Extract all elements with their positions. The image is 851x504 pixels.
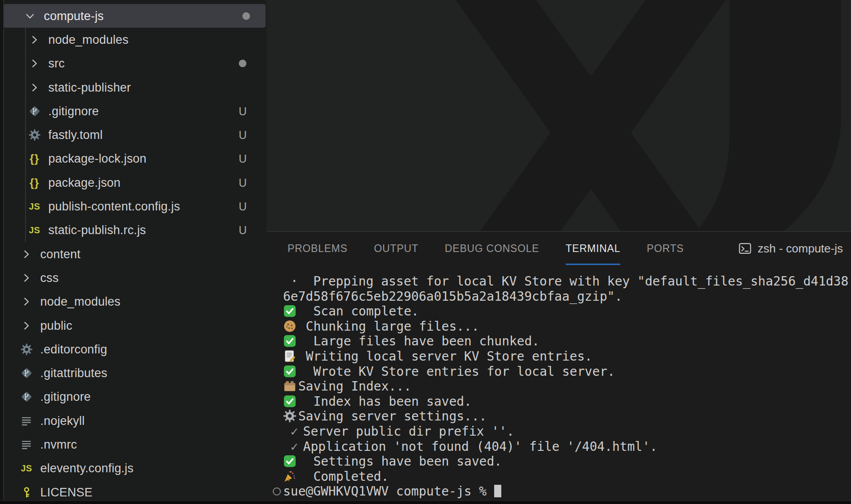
terminal-line-text: Writing local server KV Store entries. — [298, 349, 592, 364]
git-file-icon — [19, 391, 34, 403]
terminal-line: Saving Index... — [283, 379, 851, 394]
tree-item-public[interactable]: public — [0, 314, 266, 337]
terminal-line-text: Completed. — [298, 469, 389, 484]
check-green-icon — [283, 304, 296, 318]
window-left-edge — [0, 0, 4, 500]
tree-item-publish-content-config-js[interactable]: JSpublish-content.config.jsU — [0, 194, 266, 218]
modified-dot-badge — [242, 12, 250, 20]
tree-item-nojekyll[interactable]: .nojekyll — [0, 409, 266, 433]
gear-gray-icon — [283, 409, 296, 423]
chevron-right-icon — [19, 296, 34, 307]
git-untracked-badge: U — [236, 200, 250, 213]
terminal-line: Scan complete. — [283, 304, 851, 319]
tree-item-label: .gitattributes — [40, 366, 107, 380]
tree-item-label: eleventy.config.js — [40, 462, 134, 475]
tree-item-label: .gitignore — [48, 104, 99, 118]
tree-item-label: src — [48, 57, 65, 71]
tree-item-gitignore[interactable]: .gitignore — [0, 385, 266, 409]
terminal-line: Index has been saved. — [283, 394, 851, 409]
json-file-icon: {} — [27, 152, 42, 165]
check-green-icon — [283, 395, 296, 408]
bottom-panel: PROBLEMSOUTPUTDEBUG CONSOLETERMINALPORTS… — [267, 231, 851, 500]
terminal-prompt-text: sue@GWHKVQ1VWV compute-js % — [283, 484, 494, 499]
tree-item-src[interactable]: src — [0, 52, 266, 76]
chevron-down-icon — [22, 10, 38, 22]
terminal-line-text: Index has been saved. — [298, 394, 472, 409]
editor-area — [267, 0, 851, 231]
js-file-icon: JS — [27, 225, 42, 235]
tree-item-editorconfig[interactable]: .editorconfig — [0, 337, 266, 361]
tree-item-node-modules[interactable]: node_modules — [0, 28, 266, 51]
tree-item-label: node_modules — [40, 295, 121, 309]
tree-item-static-publisher[interactable]: static-publisher — [0, 76, 266, 99]
terminal-line-text: Scan complete. — [298, 304, 419, 319]
chevron-right-icon — [27, 82, 42, 93]
terminal-session-label: zsh - compute-js — [758, 242, 843, 256]
watermark-logo — [267, 0, 851, 231]
tree-item-eleventy-config-js[interactable]: JSeleventy.config.js — [0, 457, 266, 480]
chevron-right-icon — [27, 58, 42, 69]
git-untracked-badge: U — [236, 152, 250, 165]
terminal-line: 6e7d58f676c5eb22906a015b5a2a18439cbfaa_g… — [283, 289, 851, 304]
terminal-line: Wrote KV Store entries for local server. — [283, 364, 851, 379]
chevron-right-icon — [19, 248, 34, 260]
tree-item-label: content — [40, 247, 80, 261]
tree-item-label: package-lock.json — [48, 152, 147, 166]
git-untracked-badge: U — [236, 224, 250, 237]
tree-item-license[interactable]: LICENSE — [0, 480, 266, 500]
tree-item-package-json[interactable]: {}package.jsonU — [0, 171, 266, 194]
tree-item-gitignore[interactable]: .gitignoreU — [0, 99, 266, 123]
license-key-icon — [19, 486, 34, 498]
terminal-line: Settings have been saved. — [283, 454, 851, 469]
terminal-line: Saving server settings... — [283, 409, 851, 424]
js-file-icon: JS — [19, 463, 34, 474]
panel-tab-problems[interactable]: PROBLEMS — [288, 232, 347, 265]
git-untracked-badge: U — [236, 129, 250, 142]
tree-item-label: public — [40, 319, 72, 332]
tree-item-compute-js[interactable]: compute-js — [4, 4, 266, 28]
terminal-line: ✓Application 'not found (404)' file '/40… — [283, 439, 851, 454]
panel-tab-terminal[interactable]: TERMINAL — [566, 232, 621, 265]
terminal-output[interactable]: · Prepping asset for local KV Store with… — [267, 265, 851, 499]
card-box-icon — [283, 379, 296, 393]
terminal-icon — [738, 242, 752, 255]
check-green-icon — [283, 365, 296, 378]
tree-item-node-modules[interactable]: node_modules — [0, 290, 266, 314]
panel-tab-ports[interactable]: PORTS — [647, 232, 684, 265]
terminal-line: Completed. — [283, 469, 851, 484]
text-file-icon — [19, 439, 34, 450]
tree-item-css[interactable]: css — [0, 266, 266, 290]
terminal-session-item[interactable]: zsh - compute-js — [738, 232, 851, 265]
js-file-icon: JS — [27, 202, 42, 212]
terminal-line-text: Chunking large files... — [298, 319, 479, 334]
chevron-right-icon — [19, 320, 34, 332]
tree-item-label: LICENSE — [40, 485, 93, 499]
tree-item-label: fastly.toml — [48, 128, 103, 142]
check-mark-icon: ✓ — [291, 424, 303, 439]
tree-item-package-lock-json[interactable]: {}package-lock.jsonU — [0, 147, 266, 171]
tree-item-nvmrc[interactable]: .nvmrc — [0, 433, 266, 456]
tree-item-fastly-toml[interactable]: fastly.tomlU — [0, 123, 266, 147]
terminal-prompt-line[interactable]: sue@GWHKVQ1VWV compute-js % — [283, 484, 851, 499]
tree-item-label: .editorconfig — [40, 342, 107, 356]
git-file-icon — [27, 105, 42, 117]
panel-tab-debug-console[interactable]: DEBUG CONSOLE — [445, 232, 539, 265]
text-file-icon — [19, 415, 34, 427]
tree-item-content[interactable]: content — [0, 242, 266, 266]
tree-item-label: publish-content.config.js — [48, 200, 180, 214]
tree-item-label: static-publish.rc.js — [48, 223, 146, 237]
window-bottom-edge — [0, 500, 851, 504]
tree-item-static-publish-rc-js[interactable]: JSstatic-publish.rc.jsU — [0, 218, 266, 242]
check-mark-icon: ✓ — [291, 439, 303, 454]
vscode-window: compute-jsnode_modulessrcstatic-publishe… — [0, 0, 851, 504]
terminal-line-text: Saving Index... — [298, 379, 411, 394]
gear-file-icon — [27, 129, 42, 141]
command-decoration-icon — [273, 487, 281, 496]
gear-file-icon — [19, 343, 34, 355]
panel-tab-output[interactable]: OUTPUT — [374, 232, 418, 265]
tree-item-gitattributes[interactable]: .gitattributes — [0, 361, 266, 385]
tree-item-label: static-publisher — [48, 80, 131, 94]
terminal-line-text: Server public dir prefix ''. — [303, 424, 514, 439]
terminal-line-text: Application 'not found (404)' file '/404… — [303, 439, 657, 454]
terminal-line-text: Large files have been chunked. — [298, 334, 539, 349]
